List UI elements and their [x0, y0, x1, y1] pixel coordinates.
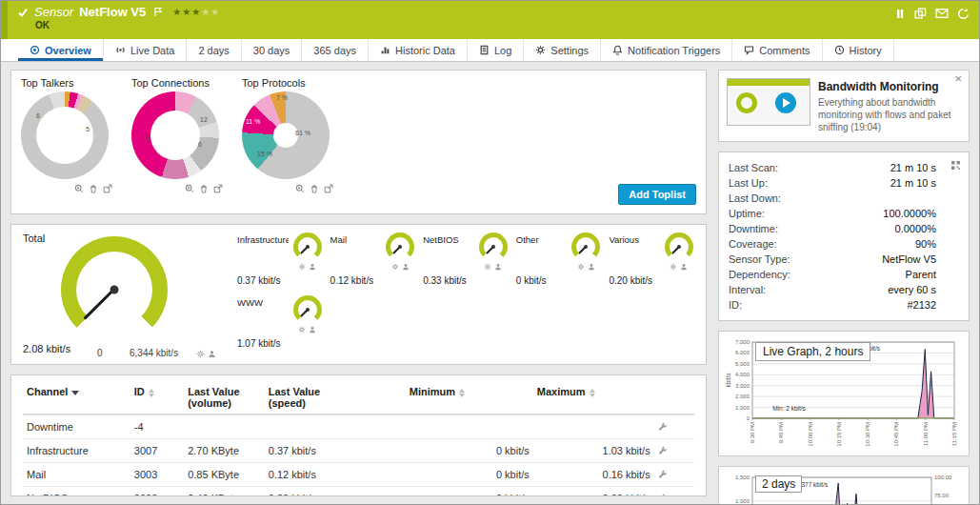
- content-area: Top Talkers 6 5 Top Connections: [1, 62, 979, 504]
- add-toplist-button[interactable]: Add Toplist: [618, 184, 696, 205]
- tab-2-days[interactable]: 2 days: [187, 39, 241, 61]
- clone-icon[interactable]: [914, 8, 927, 39]
- svg-text:11:15 PM: 11:15 PM: [951, 422, 957, 446]
- total-gauge-value: 2.08 kbit/s: [23, 343, 70, 354]
- cell-volume: [184, 414, 265, 439]
- svg-text:100.00: 100.00: [934, 475, 952, 480]
- svg-text:10:30 PM: 10:30 PM: [865, 422, 870, 447]
- flag-icon[interactable]: [153, 7, 163, 17]
- top-connections-donut-chart[interactable]: 12 6 5: [131, 91, 219, 179]
- tab-comments[interactable]: Comments: [732, 39, 822, 61]
- tab-live-data[interactable]: Live Data: [104, 39, 187, 61]
- total-gauge: [61, 236, 168, 343]
- pause-icon[interactable]: [894, 8, 906, 39]
- info-label: ID:: [729, 299, 742, 311]
- col-header-channel[interactable]: Channel: [23, 379, 130, 414]
- play-icon[interactable]: [775, 92, 796, 113]
- video-thumbnail[interactable]: [727, 78, 810, 126]
- info-value: NetFlow V5: [882, 253, 959, 265]
- tab-log[interactable]: Log: [468, 39, 524, 61]
- info-value: 90%: [915, 238, 959, 250]
- gauge-www: WWW 1.07 kbit/s: [237, 295, 323, 358]
- tab-history[interactable]: History: [823, 39, 894, 61]
- cell-min: 0 kbit/s: [406, 487, 533, 497]
- export-icon[interactable]: [324, 184, 333, 193]
- channel-gauges-grid: Infrastructure 0.37 kbit/s: [237, 231, 694, 358]
- sort-desc-icon[interactable]: [71, 391, 79, 395]
- tab-365-days[interactable]: 365 days: [302, 39, 369, 61]
- gauge-infrastructure: Infrastructure 0.37 kbit/s: [237, 232, 323, 295]
- sensor-header: Sensor NetFlow V5 ★★★★★ OK: [1, 1, 979, 39]
- svg-text:11:00 PM: 11:00 PM: [923, 422, 929, 446]
- col-header-last-value-speed[interactable]: Last Value (speed): [265, 379, 406, 414]
- channel-settings-icon[interactable]: [658, 470, 690, 479]
- channel-settings-icon[interactable]: [658, 494, 690, 496]
- channel-settings-icon[interactable]: [658, 446, 690, 455]
- toplists-panel: Top Talkers 6 5 Top Connections: [10, 70, 707, 214]
- close-icon[interactable]: ×: [954, 72, 962, 85]
- svg-text:0: 0: [747, 415, 750, 421]
- user-icon[interactable]: [588, 263, 595, 271]
- zoom-icon[interactable]: [185, 184, 194, 193]
- sort-icon[interactable]: [459, 389, 465, 397]
- svg-text:3,000: 3,000: [735, 383, 750, 389]
- donut-label: 6: [198, 141, 202, 148]
- gauge-value: 1.07 kbit/s: [237, 338, 289, 349]
- priority-stars[interactable]: ★★★★★: [172, 7, 220, 17]
- status-ok-icon: [17, 7, 29, 18]
- export-icon[interactable]: [103, 184, 112, 193]
- refresh-icon[interactable]: [957, 8, 970, 39]
- tab-label: History: [850, 45, 882, 56]
- sort-icon[interactable]: [149, 389, 154, 397]
- info-label: Interval:: [729, 284, 766, 295]
- tab-historic-data[interactable]: Historic Data: [369, 39, 468, 61]
- info-label: Coverage:: [729, 238, 777, 250]
- delete-icon[interactable]: [310, 184, 319, 193]
- top-talkers-donut-chart[interactable]: 6 5: [21, 91, 109, 179]
- col-header-last-value-volume[interactable]: Last Value (volume): [184, 379, 265, 414]
- tab-30-days[interactable]: 30 days: [242, 39, 303, 61]
- sensor-status: OK: [35, 20, 220, 30]
- donut-label: 7 %: [276, 94, 288, 101]
- thumbnail-logo: [736, 92, 757, 113]
- col-header-maximum[interactable]: Maximum: [533, 379, 654, 414]
- col-header-minimum[interactable]: Minimum: [406, 379, 533, 414]
- sort-icon[interactable]: [590, 389, 595, 397]
- table-row-mail[interactable]: Mail 3003 0.85 KByte 0.12 kbit/s 0 kbit/…: [23, 463, 694, 487]
- email-icon[interactable]: [935, 8, 949, 39]
- tab-label: Historic Data: [395, 45, 455, 56]
- export-icon[interactable]: [213, 184, 223, 193]
- donut-hole: [36, 107, 93, 164]
- channel-table: Channel ID Last Value (volume) Last Valu…: [23, 379, 694, 496]
- delete-icon[interactable]: [89, 184, 98, 193]
- user-icon[interactable]: [208, 350, 216, 358]
- table-row-infrastructure[interactable]: Infrastructure 3007 2.70 KByte 0.37 kbit…: [23, 439, 694, 463]
- tab-label: Settings: [550, 45, 589, 56]
- tab-overview[interactable]: Overview: [18, 39, 104, 61]
- tab-notification-triggers[interactable]: Notification Triggers: [601, 39, 732, 61]
- top-protocols-pie-chart[interactable]: 61 % 15 % 11 % 7 %: [242, 91, 330, 179]
- info-value: 0.0000%: [895, 223, 959, 234]
- zoom-icon[interactable]: [295, 184, 305, 193]
- tab-label: Comments: [759, 45, 810, 56]
- gauge-mail: Mail 0.12 kbit/s: [330, 232, 416, 295]
- table-row-netbios[interactable]: NetBIOS 3008 2.40 KByte 0.33 kbit/s 0 kb…: [23, 487, 694, 497]
- gauge-value: 0.37 kbit/s: [237, 275, 289, 286]
- info-row: Downtime:0.0000%: [729, 221, 959, 236]
- table-row-downtime[interactable]: Downtime -4: [23, 414, 694, 439]
- tab-label: 365 days: [313, 45, 356, 56]
- col-header-id[interactable]: ID: [130, 379, 184, 414]
- delete-icon[interactable]: [199, 184, 209, 193]
- tab-settings[interactable]: Settings: [524, 39, 601, 61]
- channel-settings-icon[interactable]: [658, 422, 690, 432]
- cell-channel: Infrastructure: [23, 439, 130, 463]
- stars-filled: ★★★: [172, 7, 201, 17]
- cell-max: 1.03 kbit/s: [533, 439, 654, 463]
- gear-icon[interactable]: [196, 350, 205, 358]
- donut-hole: [150, 111, 200, 160]
- cell-min: 0 kbit/s: [406, 439, 533, 463]
- zoom-icon[interactable]: [74, 184, 84, 193]
- qr-icon[interactable]: [950, 160, 961, 172]
- gauge-dial: [571, 232, 600, 261]
- donut-label: 5: [145, 135, 149, 142]
